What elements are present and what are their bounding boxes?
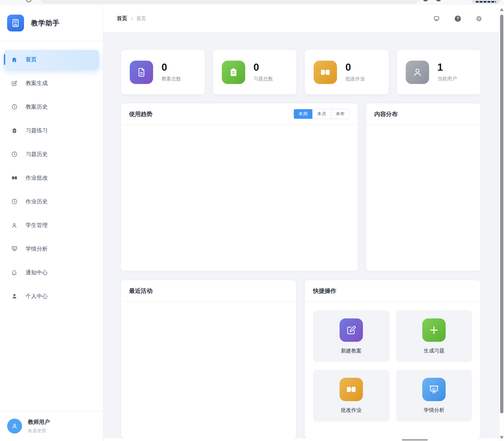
tab-this-year[interactable]: 本年 [331,109,349,119]
sidebar-user-info: 教师用户 欢迎使用 [28,418,50,434]
stat-card-grading-total: 0 批改作业 [305,50,389,94]
sidebar-item-label: 习题历史 [26,150,48,158]
sidebar-item-exercise-history[interactable]: 习题历史 [4,145,99,164]
stat-text: 0 批改作业 [345,62,365,82]
stat-label: 教案总数 [162,76,181,82]
app-logo-row: 教学助手 [0,5,103,41]
ticket-icon [11,174,18,181]
stats-row: 0 教案总数 0 习题总数 [121,50,480,94]
browser-account-button[interactable] [471,0,500,4]
scroll-up-arrow-icon[interactable] [500,8,504,11]
plus-icon [422,318,446,342]
trend-range-tabs: 本周 本月 本年 [294,109,350,119]
user-outline-icon [11,222,18,229]
stat-label: 批改作业 [345,76,365,82]
panel-title: 使用趋势 [129,110,152,118]
sidebar-item-home[interactable]: 首页 [4,50,99,69]
usage-trend-header: 使用趋势 本周 本月 本年 [121,103,358,125]
vertical-scrollbar-thumb[interactable] [500,15,503,413]
sidebar-item-homework-grading[interactable]: 作业批改 [4,168,99,187]
usage-trend-chart-area [121,125,358,271]
home-icon [11,56,18,63]
stat-text: 0 习题总数 [254,62,273,82]
stat-text: 1 当前用户 [438,62,457,82]
usage-trend-panel: 使用趋势 本周 本月 本年 [121,103,358,271]
breadcrumb: 首页 / 首页 [117,15,146,22]
clock-icon [11,103,18,110]
browser-toolbar [0,0,504,5]
sidebar-item-label: 个人中心 [26,292,48,300]
sidebar-user-card[interactable]: 教师用户 欢迎使用 [0,411,103,441]
sidebar-item-label: 教案历史 [26,103,48,111]
clock-icon [11,198,18,205]
sidebar-item-label: 习题练习 [26,127,48,134]
panel-title: 最近活动 [129,287,152,295]
panel-title: 内容分布 [374,110,398,118]
stat-value: 0 [254,62,273,72]
stat-label: 习题总数 [254,76,273,82]
scroll-down-arrow-icon[interactable] [500,436,504,439]
stat-card-exercise-total: 0 习题总数 [213,50,297,94]
stat-label: 当前用户 [438,76,457,82]
presentation-icon [422,378,446,401]
clipboard-icon [222,61,245,84]
stat-card-current-users: 1 当前用户 [397,50,481,94]
bottom-row: 最近活动 快捷操作 [121,280,480,438]
sidebar-item-label: 首页 [26,56,37,63]
sidebar-item-label: 学生管理 [26,221,48,229]
browser-address-bar[interactable] [41,0,418,4]
horizontal-scrollbar-thumb[interactable] [402,439,428,441]
breadcrumb-root[interactable]: 首页 [117,15,127,22]
main-area: 首页 / 首页 ? ⚙ [103,5,499,441]
vertical-scrollbar[interactable] [499,5,504,441]
sidebar-item-label: 通知中心 [26,269,48,276]
document-icon [130,61,153,84]
quick-action-grade-homework[interactable]: 批改作业 [313,370,390,422]
quick-action-learning-analysis[interactable]: 学情分析 [396,370,473,422]
settings-icon[interactable]: ⚙ [476,15,482,22]
content-distribution-panel: 内容分布 [366,103,480,271]
quick-action-new-lesson[interactable]: 新建教案 [313,310,390,362]
charts-row: 使用趋势 本周 本月 本年 内容分布 [121,103,480,271]
help-icon[interactable]: ? [455,16,461,22]
sidebar-item-personal-center[interactable]: 个人中心 [4,287,99,306]
sidebar-item-lesson-history[interactable]: 教案历史 [4,97,99,116]
quick-action-label: 学情分析 [424,407,444,414]
quick-action-generate-exercise[interactable]: 生成习题 [396,310,473,362]
browser-profile-icon[interactable] [437,0,440,1]
top-header: 首页 / 首页 ? ⚙ [103,5,499,32]
sidebar-item-notification-center[interactable]: 通知中心 [4,263,99,282]
app-logo-icon [7,15,24,31]
browser-extension-icon[interactable] [424,0,427,1]
horizontal-scrollbar[interactable] [103,438,499,441]
sidebar-nav: 首页 教案生成 教案历史 [0,41,103,411]
quick-actions-header: 快捷操作 [305,280,480,302]
sidebar-item-learning-analysis[interactable]: 学情分析 [4,239,99,258]
breadcrumb-separator: / [131,16,132,21]
edit-icon [340,318,363,342]
display-icon[interactable] [433,15,440,22]
sidebar-item-label: 作业批改 [26,174,48,182]
ticket-icon [314,61,337,84]
quick-actions-grid: 新建教案 生成习题 [305,302,480,430]
tab-this-week[interactable]: 本周 [294,109,312,119]
sidebar-item-lesson-generate[interactable]: 教案生成 [4,74,99,93]
clipboard-icon [11,127,18,134]
sidebar-item-student-management[interactable]: 学生管理 [4,216,99,235]
browser-reload-icon[interactable] [26,0,31,2]
tab-this-month[interactable]: 本月 [312,109,331,119]
header-actions: ? ⚙ [433,15,482,22]
building-icon [11,18,20,28]
content-distribution-chart-area [366,125,480,271]
sidebar-item-exercise-practice[interactable]: 习题练习 [4,121,99,140]
user-filled-icon [11,293,18,299]
bell-icon [11,269,18,276]
presentation-icon [11,245,18,252]
panel-title: 快捷操作 [313,287,336,295]
browser-account-label [476,1,496,3]
user-name: 教师用户 [28,418,50,426]
quick-action-label: 生成习题 [424,348,444,354]
quick-actions-panel: 快捷操作 新建教案 [305,280,480,438]
dashboard-content: 0 教案总数 0 习题总数 [103,32,499,441]
sidebar-item-homework-history[interactable]: 作业历史 [4,192,99,211]
